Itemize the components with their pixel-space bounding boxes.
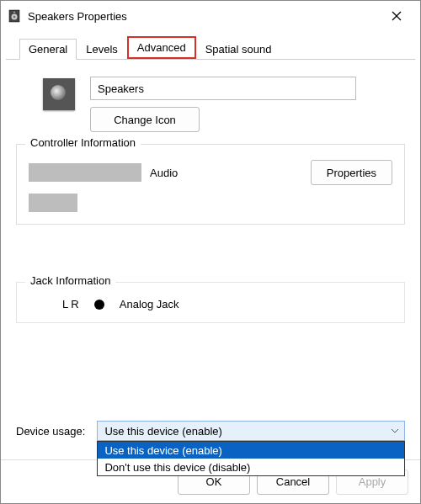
tab-spatial-sound[interactable]: Spatial sound: [196, 39, 281, 59]
window-title: Speakers Properties: [28, 10, 380, 23]
jack-information-group: Jack Information L R Analog Jack: [16, 282, 405, 323]
tab-content-general: Change Icon Controller Information Audio…: [1, 60, 420, 459]
device-usage-label: Device usage:: [16, 425, 85, 438]
device-usage-combobox[interactable]: Use this device (enable): [97, 421, 405, 441]
device-header: Change Icon: [43, 77, 405, 132]
jack-type-label: Analog Jack: [120, 298, 179, 310]
jack-group-title: Jack Information: [25, 274, 115, 287]
chevron-down-icon: [391, 425, 399, 438]
controller-detail-redacted: [29, 194, 77, 212]
device-usage-row: Device usage: Use this device (enable) U…: [16, 421, 405, 441]
device-usage-selected: Use this device (enable): [104, 425, 221, 438]
jack-color-dot-icon: [94, 300, 104, 310]
device-usage-dropdown-list: Use this device (enable) Don't use this …: [97, 441, 405, 476]
device-usage-option-enable[interactable]: Use this device (enable): [98, 442, 404, 459]
controller-information-group: Controller Information Audio Properties: [16, 144, 405, 225]
device-usage-option-disable[interactable]: Don't use this device (disable): [98, 459, 404, 475]
tab-advanced[interactable]: Advanced: [127, 36, 196, 59]
tab-levels[interactable]: Levels: [77, 39, 127, 59]
svg-point-2: [13, 16, 16, 19]
device-name-input[interactable]: [90, 77, 356, 100]
speakers-properties-window: Speakers Properties General Levels Advan…: [0, 0, 421, 504]
svg-point-3: [13, 12, 15, 13]
tab-strip: General Levels Advanced Spatial sound: [6, 31, 415, 60]
speaker-device-icon: [43, 78, 75, 110]
speaker-app-icon: [8, 9, 21, 23]
change-icon-button[interactable]: Change Icon: [90, 107, 200, 132]
jack-lr-label: L R: [62, 298, 79, 310]
controller-name-redacted: [29, 163, 141, 182]
close-button[interactable]: [380, 3, 413, 29]
controller-properties-button[interactable]: Properties: [311, 160, 392, 185]
tab-general[interactable]: General: [19, 39, 77, 60]
title-bar: Speakers Properties: [1, 1, 420, 31]
close-icon: [392, 11, 402, 21]
controller-group-title: Controller Information: [25, 136, 141, 149]
controller-vendor-suffix: Audio: [150, 167, 178, 179]
